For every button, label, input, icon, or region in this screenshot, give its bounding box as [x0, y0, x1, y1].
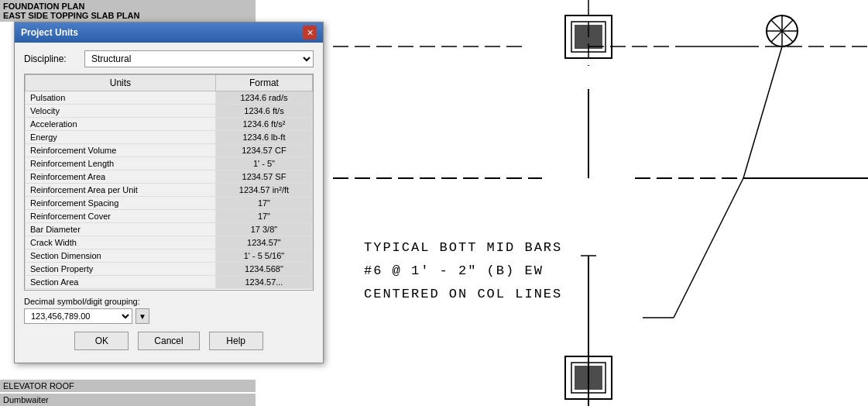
unit-cell: Reinforcement Length — [26, 157, 216, 170]
table-row[interactable]: Reinforcement Length1' - 5" — [26, 157, 313, 170]
decimal-select[interactable]: 123,456,789.00 — [24, 308, 132, 324]
cad-line3: CENTERED ON COL LINES — [364, 287, 562, 301]
discipline-row: Discipline: Structural — [24, 50, 314, 67]
close-button[interactable]: ✕ — [303, 26, 317, 40]
decimal-select-row: 123,456,789.00 ▼ — [24, 308, 314, 324]
format-cell: 1' - 5" — [215, 157, 312, 170]
dialog-buttons: OK Cancel Help — [24, 332, 314, 355]
cad-line2: #6 @ 1' - 2" (B) EW — [364, 263, 544, 278]
table-row[interactable]: Acceleration1234.6 ft/s² — [26, 118, 313, 131]
unit-cell: Velocity — [26, 105, 216, 118]
table-row[interactable]: Energy1234.6 lb-ft — [26, 131, 313, 144]
col-units-header: Units — [26, 75, 216, 91]
format-cell: 1234.57... — [215, 276, 312, 289]
format-cell: 1234.6 ft/s² — [215, 118, 312, 131]
table-row[interactable]: Reinforcement Area per Unit1234.57 in²/f… — [26, 184, 313, 197]
project-units-dialog: Project Units ✕ Discipline: Structural U… — [14, 22, 324, 363]
format-cell: 1234.57 CF — [215, 144, 312, 157]
dialog-title: Project Units — [21, 27, 78, 38]
dropdown-arrow-icon[interactable]: ▼ — [136, 308, 149, 324]
table-row[interactable]: Section Area1234.57... — [26, 276, 313, 289]
window-title2: EAST SIDE TOPPING SLAB PLAN — [3, 11, 252, 20]
unit-cell: Reinforcement Cover — [26, 210, 216, 223]
format-cell: 17" — [215, 210, 312, 223]
bottom-bar1: ELEVATOR ROOF — [0, 380, 256, 392]
format-cell: 1234.6 rad/s — [215, 91, 312, 105]
unit-cell: Crack Width — [26, 236, 216, 249]
table-row[interactable]: Bar Diameter17 3/8" — [26, 223, 313, 236]
format-cell: 1234.57 in²/ft — [215, 184, 312, 197]
unit-cell: Section Dimension — [26, 249, 216, 263]
table-row[interactable]: Reinforcement Volume1234.57 CF — [26, 144, 313, 157]
format-cell: 1' - 5 5/16" — [215, 249, 312, 263]
table-row[interactable]: Section Dimension1' - 5 5/16" — [26, 249, 313, 263]
table-row[interactable]: Pulsation1234.6 rad/s — [26, 91, 313, 105]
table-row[interactable]: Reinforcement Area1234.57 SF — [26, 170, 313, 184]
dialog-titlebar: Project Units ✕ — [15, 22, 323, 43]
help-button[interactable]: Help — [209, 332, 263, 350]
table-row[interactable]: Reinforcement Spacing17" — [26, 197, 313, 210]
unit-cell: Energy — [26, 131, 216, 144]
format-cell: 17 3/8" — [215, 223, 312, 236]
unit-cell: Bar Diameter — [26, 223, 216, 236]
discipline-select[interactable]: Structural — [84, 50, 314, 67]
decimal-label: Decimal symbol/digit grouping: — [24, 297, 314, 306]
units-table: Units Format Pulsation1234.6 rad/sVeloci… — [25, 74, 313, 289]
discipline-label: Discipline: — [24, 53, 78, 64]
unit-cell: Section Area — [26, 276, 216, 289]
title-bar: FOUNDATION PLAN EAST SIDE TOPPING SLAB P… — [0, 0, 256, 22]
dialog-body: Discipline: Structural Units Format Puls… — [15, 43, 323, 363]
table-row[interactable]: Velocity1234.6 ft/s — [26, 105, 313, 118]
format-cell: 17" — [215, 197, 312, 210]
format-cell: 1234.568" — [215, 263, 312, 276]
format-cell: 1234.6 lb-ft — [215, 131, 312, 144]
table-row[interactable]: Crack Width1234.57" — [26, 236, 313, 249]
table-row[interactable]: Section Property1234.568" — [26, 263, 313, 276]
unit-cell: Reinforcement Area — [26, 170, 216, 184]
unit-cell: Reinforcement Volume — [26, 144, 216, 157]
format-cell: 1234.6 ft/s — [215, 105, 312, 118]
unit-cell: Section Property — [26, 263, 216, 276]
unit-cell: Acceleration — [26, 118, 216, 131]
units-table-wrapper[interactable]: Units Format Pulsation1234.6 rad/sVeloci… — [24, 74, 314, 291]
window-title1: FOUNDATION PLAN — [3, 2, 252, 11]
cancel-button[interactable]: Cancel — [138, 332, 199, 350]
unit-cell: Pulsation — [26, 91, 216, 105]
format-cell: 1234.57 SF — [215, 170, 312, 184]
table-row[interactable]: Reinforcement Cover17" — [26, 210, 313, 223]
format-cell: 1234.57" — [215, 236, 312, 249]
bottom-bar2: Dumbwaiter — [0, 394, 256, 406]
unit-cell: Reinforcement Area per Unit — [26, 184, 216, 197]
decimal-row: Decimal symbol/digit grouping: 123,456,7… — [24, 297, 314, 324]
ok-button[interactable]: OK — [74, 332, 129, 350]
col-format-header: Format — [215, 75, 312, 91]
cad-line1: TYPICAL BOTT MID BARS — [364, 240, 562, 255]
unit-cell: Reinforcement Spacing — [26, 197, 216, 210]
